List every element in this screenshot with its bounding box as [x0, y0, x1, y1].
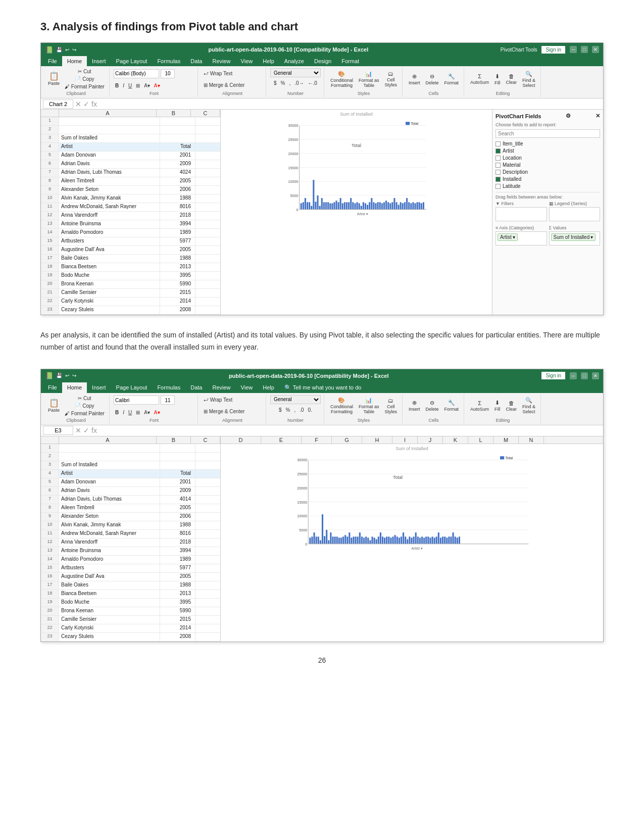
cell-c[interactable] [195, 280, 220, 288]
cell-b[interactable]: 1988 [160, 581, 195, 590]
cell-b[interactable]: 5977 [160, 564, 195, 572]
comma-2[interactable]: , [292, 407, 297, 413]
table-row[interactable]: 21 Camille Serisier 2015 [41, 616, 220, 624]
cell-c[interactable] [195, 169, 220, 177]
merge-center-button[interactable]: ⊞ Merge & Center [202, 82, 246, 88]
italic-button[interactable]: I [121, 82, 126, 89]
cell-a[interactable]: Brona Keenan [59, 280, 160, 288]
cell-a[interactable] [59, 444, 160, 452]
cell-a[interactable]: Arnaldo Pomodoro [59, 556, 160, 564]
table-row[interactable]: 14 Arnaldo Pomodoro 1989 [41, 229, 220, 237]
cell-a[interactable] [59, 126, 160, 134]
cell-b[interactable]: 3994 [160, 547, 195, 555]
cell-a[interactable]: Brona Keenan [59, 607, 160, 615]
cell-c[interactable] [195, 263, 220, 271]
table-row[interactable]: 14 Arnaldo Pomodoro 1989 [41, 556, 220, 564]
table-row[interactable]: 23 Cezary Stuleis 2008 [41, 633, 220, 642]
clear-button[interactable]: 🗑 Clear [504, 72, 519, 86]
cell-c[interactable] [195, 306, 220, 314]
table-row[interactable]: 10 Alvin Kanak, Jimmy Kanak 1988 [41, 194, 220, 203]
cell-c[interactable] [195, 504, 220, 512]
table-row[interactable]: 7 Adrian Davis, Lubi Thomas 4014 [41, 496, 220, 504]
cell-b[interactable]: 2009 [160, 487, 195, 495]
minimize-icon-2[interactable]: ─ [570, 372, 577, 379]
table-row[interactable]: 5 Adam Donovan 2001 [41, 152, 220, 160]
cell-b[interactable]: 3994 [160, 220, 195, 228]
cell-b[interactable]: 2008 [160, 633, 195, 641]
table-row[interactable]: 4 Artist Total [41, 143, 220, 152]
cell-c[interactable] [195, 255, 220, 263]
table-row[interactable]: 13 Antoine Bruinsma 3994 [41, 220, 220, 229]
pivot-area-axis-box[interactable]: Artist ▾ [496, 231, 547, 246]
table-row[interactable]: 12 Anna Varendorff 2018 [41, 212, 220, 220]
pivot-search-input[interactable] [496, 129, 600, 138]
cell-c[interactable] [195, 538, 220, 547]
tab-formulas-1[interactable]: Formulas [152, 56, 185, 66]
font-size-2[interactable] [161, 396, 175, 405]
cell-b[interactable]: 2009 [160, 160, 195, 168]
font-name-2[interactable] [114, 396, 159, 405]
currency-2[interactable]: $ [277, 407, 283, 413]
cell-c[interactable] [195, 581, 220, 590]
pivot-settings-icon[interactable]: ⚙ [566, 113, 571, 119]
format-painter-button-2[interactable]: 🖌 Format Painter [63, 410, 106, 417]
table-row[interactable]: 1 [41, 117, 220, 126]
close-icon[interactable]: ✕ [592, 46, 599, 53]
cell-a[interactable]: Alexander Seton [59, 186, 160, 194]
number-format-2[interactable]: General [270, 395, 321, 404]
cell-c[interactable] [195, 194, 220, 203]
paste-button[interactable]: 📋 Paste [46, 71, 62, 87]
table-row[interactable]: 21 Camille Serisier 2015 [41, 289, 220, 298]
cell-c[interactable] [195, 143, 220, 151]
italic-2[interactable]: I [121, 409, 126, 416]
cell-a[interactable]: Antoine Bruinsma [59, 547, 160, 555]
autosum-button[interactable]: Σ AutoSum [468, 72, 491, 86]
comma-button[interactable]: , [287, 80, 292, 86]
tab-page-layout-1[interactable]: Page Layout [111, 56, 153, 66]
cell-a[interactable]: Baile Oakes [59, 581, 160, 590]
pivot-checkbox-installed[interactable] [496, 177, 501, 182]
cell-b[interactable]: 2005 [160, 504, 195, 512]
cell-a[interactable]: Andrew McDonald, Sarah Rayner [59, 530, 160, 538]
tab-data-2[interactable]: Data [185, 382, 207, 393]
cell-b[interactable]: 1988 [160, 521, 195, 529]
percent-button[interactable]: % [279, 80, 287, 86]
table-row[interactable]: 16 Augustine Dall' Ava 2005 [41, 246, 220, 255]
tab-file-1[interactable]: File [43, 56, 62, 66]
cell-c[interactable] [195, 246, 220, 254]
cell-b[interactable] [160, 134, 195, 142]
cell-c[interactable] [195, 607, 220, 615]
tab-help-1[interactable]: Help [258, 56, 279, 66]
fill-color-button[interactable]: A▾ [142, 82, 152, 89]
cell-c[interactable] [195, 599, 220, 607]
font-color-button[interactable]: A▾ [153, 82, 162, 89]
cell-c[interactable] [195, 633, 220, 641]
cell-b[interactable]: 2005 [160, 573, 195, 581]
tab-home-2[interactable]: Home [62, 382, 87, 393]
pivot-field-item-material[interactable]: Material [496, 162, 600, 168]
cell-c[interactable] [195, 444, 220, 452]
clear-2[interactable]: 🗑 Clear [504, 399, 519, 413]
font-size-input[interactable] [161, 69, 175, 78]
pivot-area-values-value[interactable]: Sum of Installed ▾ [551, 233, 596, 241]
cell-c[interactable] [195, 289, 220, 297]
font-color-2[interactable]: A▾ [153, 409, 162, 416]
table-row[interactable]: 20 Brona Keenan 5990 [41, 280, 220, 289]
restore-icon-2[interactable]: □ [581, 372, 588, 379]
cell-ref-2[interactable] [43, 426, 73, 435]
tab-home-1[interactable]: Home [62, 56, 87, 66]
autosum-2[interactable]: Σ AutoSum [468, 399, 491, 413]
table-row[interactable]: 12 Anna Varendorff 2018 [41, 538, 220, 547]
cell-c[interactable] [195, 298, 220, 306]
insert-button[interactable]: ⊕ Insert [407, 72, 422, 86]
cell-c[interactable] [195, 496, 220, 504]
tab-analyze-1[interactable]: Analyze [279, 56, 309, 66]
pivot-checkbox-location[interactable] [496, 156, 501, 161]
cell-c[interactable] [195, 547, 220, 555]
cell-c[interactable] [195, 616, 220, 624]
cell-c[interactable] [195, 590, 220, 598]
cell-c[interactable] [195, 177, 220, 185]
table-row[interactable]: 11 Andrew McDonald, Sarah Rayner 8016 [41, 530, 220, 538]
sign-in-button-2[interactable]: Sign in [541, 371, 566, 380]
redo-icon-2[interactable]: ↪ [72, 373, 76, 378]
